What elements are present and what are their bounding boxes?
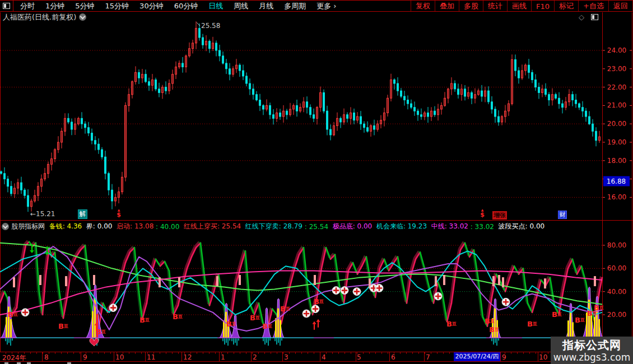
menu-item-4[interactable]: 30分钟 [139, 1, 164, 11]
indicator-collapse-icon[interactable] [2, 223, 9, 230]
chevron-down-icon[interactable] [79, 13, 86, 21]
indicator-field-7: : 25.54 [302, 223, 328, 231]
menu-item-8[interactable]: 月线 [259, 1, 273, 11]
indicator-axis-label: 40.00 [607, 288, 626, 296]
candle-body [216, 43, 217, 50]
candle-body [239, 65, 241, 71]
candle-body [199, 29, 201, 38]
month-separator [282, 352, 283, 361]
candle-body [85, 124, 86, 128]
signal-badge-zeng: 增张 [492, 211, 507, 220]
tool-menu-item-3[interactable]: 统计 [483, 1, 507, 11]
stock-title: 人福医药(日线.前复权) [3, 12, 76, 22]
candle-body [464, 89, 466, 96]
candle-body [1, 171, 2, 173]
candle-body [411, 104, 412, 108]
mountain-bar [275, 318, 277, 338]
tool-menu-item-5[interactable]: F10 [531, 1, 554, 11]
tool-menu-item-0[interactable]: 复权 [411, 1, 435, 11]
month-separator [114, 352, 114, 361]
menu-item-6[interactable]: 日线 [208, 1, 223, 11]
buy-signal-marker: B豆 [58, 322, 68, 330]
candle-body [310, 108, 311, 115]
candle-body [360, 116, 362, 124]
menu-item-9[interactable]: 多周期 [284, 1, 306, 11]
tool-menu-item-8[interactable]: 返回 [608, 1, 633, 11]
candle-body [226, 63, 227, 69]
buy-signal-marker: B豆 [575, 316, 585, 324]
tool-menu-item-2[interactable]: 多股 [459, 1, 483, 11]
candle-body [535, 80, 537, 87]
candle-body [589, 116, 590, 124]
candle-body [286, 111, 288, 115]
date-label: 3 [284, 353, 288, 361]
layout-toggle-button[interactable] [0, 1, 13, 11]
month-separator [500, 352, 501, 361]
salmon-signal-bar [178, 277, 180, 287]
candle-body [91, 133, 93, 141]
salmon-signal-bar [13, 277, 15, 287]
tool-menu-item-6[interactable]: 标记 [554, 1, 578, 11]
candle-body [256, 95, 258, 100]
date-label: 9 [502, 353, 506, 361]
salmon-signal-bar [435, 276, 437, 286]
menu-item-5[interactable]: 60分钟 [174, 1, 198, 11]
tool-menu-item-7[interactable]: +自选 [578, 1, 608, 11]
down-arrow-icon [30, 250, 34, 253]
date-label: 11 [147, 353, 155, 361]
watermark-title: 指标公式网 [562, 338, 621, 352]
candle-body [330, 129, 332, 135]
watermark-url: www.zbgs3.com [553, 352, 630, 363]
price-axis-label: 18.00 [607, 157, 626, 165]
candle-body [68, 118, 69, 122]
last-price-value: 16.88 [607, 178, 626, 185]
diamond-icon[interactable]: ◇ [579, 13, 584, 21]
price-axis-label: 20.00 [607, 120, 626, 128]
low-price-annotation: ←15.21 [30, 210, 55, 218]
salmon-signal-bar [39, 275, 41, 285]
menu-item-0[interactable]: 分时 [20, 1, 35, 11]
candle-body [253, 89, 254, 95]
date-label: 12 [183, 353, 192, 361]
date-label: 8 [44, 353, 49, 361]
tool-menu-item-1[interactable]: 叠加 [435, 1, 459, 11]
date-axis[interactable]: 2024年8910111212345679102025/07/24/四 [0, 352, 602, 362]
mountain-bar [10, 319, 12, 338]
candle-body [249, 83, 251, 89]
split-view-icon [3, 3, 10, 9]
chart-canvas[interactable]: 16.0017.0018.0019.0020.0021.0022.0023.00… [0, 0, 633, 364]
month-separator [81, 352, 81, 361]
candle-body [340, 118, 342, 122]
menu-item-1[interactable]: 1分钟 [45, 1, 64, 11]
date-tick-marks [0, 352, 602, 354]
candle-body [280, 113, 281, 117]
candle-body [367, 128, 369, 132]
panel-layout-icon[interactable] [591, 14, 598, 20]
candle-body [491, 102, 493, 109]
menu-item-3[interactable]: 15分钟 [105, 1, 129, 11]
buy-signal-marker: B豆 [173, 312, 183, 321]
candle-body [488, 91, 490, 102]
candle-body [101, 150, 103, 157]
signal-badge-jie: 解 [78, 209, 87, 219]
candle-body [353, 113, 355, 120]
signal-badge-dollar: $ [115, 208, 122, 218]
indicator-field-12: 波段买点: 0.00 [494, 222, 544, 231]
price-axis-label: 24.00 [607, 46, 626, 54]
indicator-field-8: 极品底: 0.00 [328, 222, 372, 231]
mountain-bar [92, 311, 94, 338]
candle-body [108, 174, 110, 190]
buy-signal-marker: B豆 [527, 320, 537, 328]
candle-body [545, 89, 547, 95]
menu-item-7[interactable]: 周线 [234, 1, 248, 11]
menu-item-10[interactable]: 更多 › [316, 1, 336, 11]
month-separator [538, 352, 538, 361]
candle-body [263, 105, 264, 109]
price-axis-label: 23.00 [607, 65, 626, 73]
buy-signal-marker: B豆 [139, 316, 150, 324]
mountain-bar [572, 322, 574, 338]
tool-menu-item-4[interactable]: 画线 [507, 1, 531, 11]
menu-item-2[interactable]: 5分钟 [75, 1, 94, 11]
candle-body [434, 111, 436, 115]
candle-body [397, 83, 399, 91]
